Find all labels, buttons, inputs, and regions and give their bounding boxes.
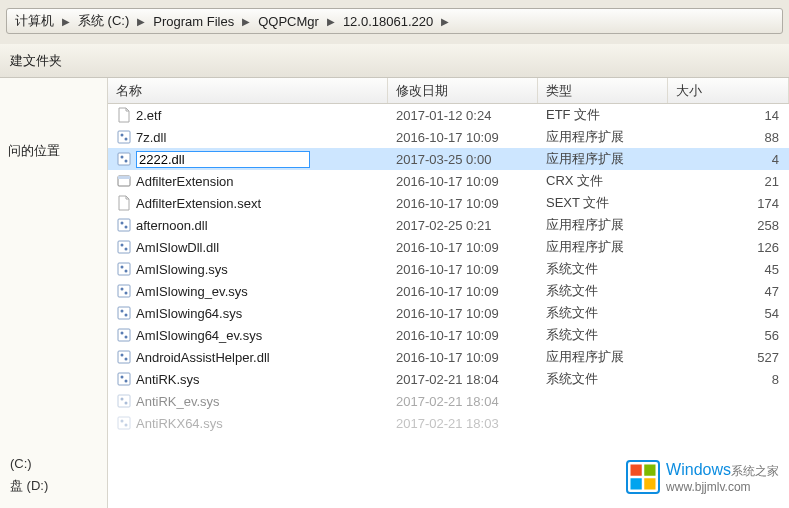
svg-point-37 [125, 424, 128, 427]
column-header-date[interactable]: 修改日期 [388, 78, 538, 103]
file-date-cell: 2016-10-17 10:09 [388, 306, 538, 321]
toolbar: 建文件夹 [0, 44, 789, 78]
svg-rect-35 [118, 417, 130, 429]
file-size-cell: 47 [668, 284, 789, 299]
file-row[interactable]: AndroidAssistHelper.dll2016-10-17 10:09应… [108, 346, 789, 368]
file-name-cell[interactable]: AmISlowDll.dll [108, 239, 388, 255]
file-name-cell[interactable]: 2.etf [108, 107, 388, 123]
file-name-label: AntiRKX64.sys [136, 416, 223, 431]
file-row[interactable]: 2017-03-25 0:00应用程序扩展4 [108, 148, 789, 170]
file-name-label: AdfilterExtension [136, 174, 234, 189]
sidebar-drive-c[interactable]: (C:) [10, 453, 48, 474]
file-row[interactable]: AmISlowing_ev.sys2016-10-17 10:09系统文件47 [108, 280, 789, 302]
svg-point-36 [121, 420, 124, 423]
file-row[interactable]: AdfilterExtension.sext2016-10-17 10:09SE… [108, 192, 789, 214]
file-row[interactable]: AntiRK_ev.sys2017-02-21 18:04 [108, 390, 789, 412]
file-date-cell: 2016-10-17 10:09 [388, 262, 538, 277]
file-name-cell[interactable]: 7z.dll [108, 129, 388, 145]
file-name-label: AntiRK_ev.sys [136, 394, 220, 409]
file-name-cell[interactable]: AntiRK_ev.sys [108, 393, 388, 409]
file-name-label: 2.etf [136, 108, 161, 123]
breadcrumb-item[interactable]: Program Files [151, 9, 236, 33]
sidebar: 问的位置 (C:) 盘 (D:) [0, 78, 108, 508]
file-name-cell[interactable]: afternoon.dll [108, 217, 388, 233]
file-name-label: AndroidAssistHelper.dll [136, 350, 270, 365]
sys-icon [116, 283, 132, 299]
svg-point-25 [125, 336, 128, 339]
svg-point-28 [125, 358, 128, 361]
file-name-label: AdfilterExtension.sext [136, 196, 261, 211]
breadcrumb-item[interactable]: 12.0.18061.220 [341, 9, 435, 33]
watermark: Windows系统之家 www.bjjmlv.com [626, 460, 779, 494]
breadcrumb-item[interactable]: 系统 (C:) [76, 9, 131, 33]
file-size-cell: 88 [668, 130, 789, 145]
column-header-name[interactable]: 名称 [108, 78, 388, 103]
svg-rect-26 [118, 351, 130, 363]
sidebar-recent[interactable]: 问的位置 [0, 138, 107, 164]
file-name-cell[interactable]: AmISlowing64.sys [108, 305, 388, 321]
file-date-cell: 2016-10-17 10:09 [388, 240, 538, 255]
sys-icon [116, 305, 132, 321]
windows-logo-icon [626, 460, 660, 494]
new-folder-button[interactable]: 建文件夹 [0, 48, 72, 74]
file-row[interactable]: AntiRK.sys2017-02-21 18:04系统文件8 [108, 368, 789, 390]
svg-rect-17 [118, 285, 130, 297]
svg-rect-23 [118, 329, 130, 341]
svg-rect-14 [118, 263, 130, 275]
file-name-cell[interactable]: AntiRK.sys [108, 371, 388, 387]
dll-icon [116, 151, 132, 167]
file-name-cell[interactable]: AdfilterExtension.sext [108, 195, 388, 211]
file-type-cell: 系统文件 [538, 370, 668, 388]
breadcrumb-item[interactable]: QQPCMgr [256, 9, 321, 33]
svg-point-19 [125, 292, 128, 295]
svg-point-10 [125, 226, 128, 229]
svg-point-12 [121, 244, 124, 247]
file-name-cell[interactable]: AmISlowing.sys [108, 261, 388, 277]
file-type-cell: 应用程序扩展 [538, 238, 668, 256]
file-date-cell: 2016-10-17 10:09 [388, 174, 538, 189]
file-row[interactable]: 7z.dll2016-10-17 10:09应用程序扩展88 [108, 126, 789, 148]
file-name-cell[interactable]: AntiRKX64.sys [108, 415, 388, 431]
svg-rect-3 [118, 153, 130, 165]
file-size-cell: 45 [668, 262, 789, 277]
svg-rect-41 [644, 478, 655, 489]
file-row[interactable]: 2.etf2017-01-12 0:24ETF 文件14 [108, 104, 789, 126]
file-type-cell: 应用程序扩展 [538, 128, 668, 146]
file-name-label: AntiRK.sys [136, 372, 200, 387]
file-row[interactable]: AdfilterExtension2016-10-17 10:09CRX 文件2… [108, 170, 789, 192]
svg-rect-8 [118, 219, 130, 231]
sidebar-drive-d[interactable]: 盘 (D:) [10, 474, 48, 498]
file-size-cell: 527 [668, 350, 789, 365]
svg-rect-11 [118, 241, 130, 253]
chevron-right-icon: ▶ [56, 16, 76, 27]
file-row[interactable]: AmISlowing64.sys2016-10-17 10:09系统文件54 [108, 302, 789, 324]
column-header-size[interactable]: 大小 [668, 78, 789, 103]
breadcrumb[interactable]: 计算机 ▶ 系统 (C:) ▶ Program Files ▶ QQPCMgr … [6, 8, 783, 34]
file-date-cell: 2017-02-21 18:03 [388, 416, 538, 431]
file-size-cell: 56 [668, 328, 789, 343]
svg-rect-32 [118, 395, 130, 407]
svg-point-33 [121, 398, 124, 401]
file-name-label: AmISlowing64_ev.sys [136, 328, 262, 343]
svg-point-13 [125, 248, 128, 251]
filename-rename-input[interactable] [136, 151, 310, 168]
file-row[interactable]: AmISlowing64_ev.sys2016-10-17 10:09系统文件5… [108, 324, 789, 346]
column-header-type[interactable]: 类型 [538, 78, 668, 103]
file-row[interactable]: afternoon.dll2017-02-25 0:21应用程序扩展258 [108, 214, 789, 236]
file-name-cell[interactable]: AndroidAssistHelper.dll [108, 349, 388, 365]
file-name-label: AmISlowing.sys [136, 262, 228, 277]
svg-point-4 [121, 156, 124, 159]
file-row[interactable]: AntiRKX64.sys2017-02-21 18:03 [108, 412, 789, 434]
file-name-cell[interactable]: AmISlowing_ev.sys [108, 283, 388, 299]
file-row[interactable]: AmISlowing.sys2016-10-17 10:09系统文件45 [108, 258, 789, 280]
file-name-cell[interactable]: AdfilterExtension [108, 173, 388, 189]
file-row[interactable]: AmISlowDll.dll2016-10-17 10:09应用程序扩展126 [108, 236, 789, 258]
svg-point-24 [121, 332, 124, 335]
file-name-cell[interactable]: AmISlowing64_ev.sys [108, 327, 388, 343]
file-name-cell[interactable] [108, 151, 388, 168]
file-size-cell: 21 [668, 174, 789, 189]
breadcrumb-item[interactable]: 计算机 [13, 9, 56, 33]
svg-point-15 [121, 266, 124, 269]
svg-point-18 [121, 288, 124, 291]
file-type-cell: 系统文件 [538, 326, 668, 344]
